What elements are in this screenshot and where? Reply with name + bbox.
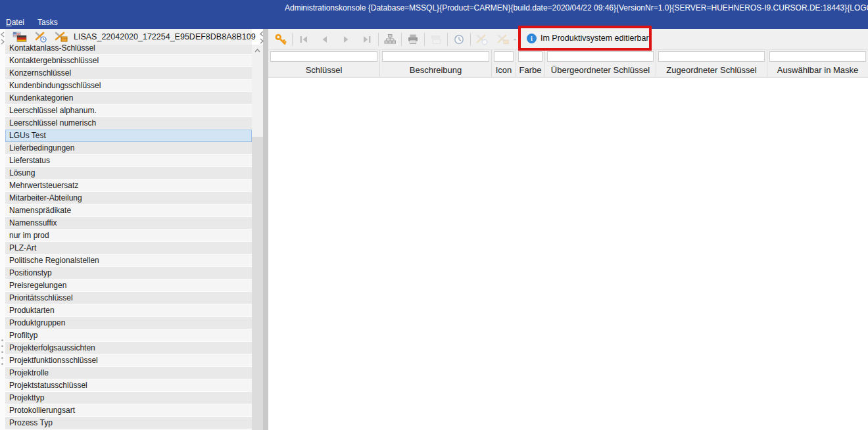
list-item[interactable]: Namensprädikate	[5, 204, 252, 217]
tools-icon[interactable]	[495, 32, 511, 47]
column-filter-input[interactable]	[547, 51, 654, 62]
list-item[interactable]: Produktarten	[5, 304, 252, 317]
info-icon: i	[527, 34, 537, 43]
grid-column: Icon	[492, 50, 516, 78]
list-item[interactable]: Kundenkategorien	[5, 92, 252, 105]
scroll-right-icon[interactable]	[0, 38, 5, 45]
window-title: Administrationskonsole {Database=MSSQL}{…	[285, 3, 868, 12]
list-item[interactable]: LGUs Test	[5, 130, 252, 142]
list-item[interactable]: Projekterfolgsaussichten	[5, 342, 252, 354]
tools-clock-icon[interactable]	[474, 32, 490, 47]
title-bar: Administrationskonsole {Database=MSSQL}{…	[0, 0, 868, 16]
list-item[interactable]: Namenssuffix	[5, 217, 252, 229]
list-item[interactable]: Lösung	[5, 167, 252, 179]
column-header-label[interactable]: Zugeordneter Schlüssel	[656, 62, 767, 78]
list-item[interactable]: Projektrolle	[5, 367, 252, 379]
scroll-right-icon[interactable]	[258, 37, 264, 45]
column-filter-input[interactable]	[769, 51, 866, 62]
column-filter-input[interactable]	[518, 51, 542, 62]
column-header-label[interactable]: Schlüssel	[268, 62, 379, 78]
column-filter-input[interactable]	[658, 51, 765, 62]
list-item[interactable]: Positionstyp	[5, 267, 252, 279]
tools-box-icon	[54, 31, 68, 43]
history-icon[interactable]	[451, 32, 467, 47]
list-item[interactable]: Projekttyp	[5, 392, 252, 404]
column-header-label[interactable]: Auswählbar in Maske	[767, 62, 868, 78]
flags-language-icon	[12, 32, 28, 43]
next-record-icon[interactable]	[338, 32, 354, 47]
list-item[interactable]: Mehrwertsteuersatz	[5, 179, 252, 192]
grid-column: Beschreibung	[380, 50, 492, 78]
panel-splitter[interactable]	[263, 29, 268, 430]
list-item[interactable]: Kontaktergebnisschlüssel	[5, 55, 252, 67]
left-gutter	[0, 29, 5, 430]
list-item[interactable]: Leerschlüssel numerisch	[5, 117, 252, 130]
splitter-grip[interactable]	[1, 339, 3, 369]
list-item[interactable]: Preisregelungen	[5, 279, 252, 292]
tools-clock-icon	[34, 31, 47, 43]
scroll-left-icon[interactable]	[258, 30, 264, 37]
list-item[interactable]: Konzernschlüssel	[5, 67, 252, 80]
list-item[interactable]: Produktgruppen	[5, 317, 252, 329]
list-item[interactable]: Kontaktanlass-Schlüssel	[5, 45, 252, 55]
last-record-icon[interactable]	[359, 32, 375, 47]
list-item[interactable]: Lieferbedingungen	[5, 142, 252, 155]
column-header-label[interactable]: Übergeordneter Schlüssel	[545, 62, 656, 78]
list-item[interactable]: Prozess Typ	[5, 417, 252, 429]
scrollbar-thumb[interactable]	[252, 137, 263, 430]
list-item[interactable]: Profiltyp	[5, 329, 252, 342]
grid-column: Auswählbar in Maske	[767, 50, 868, 78]
scroll-left-icon[interactable]	[0, 31, 5, 38]
key-icon[interactable]	[273, 32, 289, 47]
grid-column: Schlüssel	[268, 50, 380, 78]
list-item[interactable]: Kundenbindungsschlüssel	[5, 80, 252, 92]
previous-record-icon[interactable]	[317, 32, 333, 47]
list-item[interactable]: Protokollierungsart	[5, 404, 252, 417]
column-filter-input[interactable]	[382, 51, 489, 62]
list-item[interactable]: Projektfunktionsschlüssel	[5, 354, 252, 367]
column-filter-input[interactable]	[270, 51, 377, 62]
menu-bar: Datei Tasks	[0, 16, 868, 29]
grid-body[interactable]	[268, 78, 868, 430]
column-filter-input[interactable]	[494, 51, 514, 62]
menu-item-datei[interactable]: Datei	[0, 16, 31, 28]
report-icon[interactable]	[428, 32, 444, 47]
menu-item-tasks[interactable]: Tasks	[31, 16, 64, 28]
list-item[interactable]: Politische Regionalstellen	[5, 254, 252, 267]
scroll-up-icon[interactable]	[252, 45, 263, 56]
column-header-label[interactable]: Farbe	[516, 62, 544, 78]
column-header-label[interactable]: Icon	[492, 62, 516, 78]
main-area: - SchlüsselBeschreibungIconFarbeÜbergeor…	[268, 29, 868, 430]
tab-title: LISAS_22042020_172254_E95DEF8DB8A8B109	[74, 32, 256, 41]
hierarchy-icon[interactable]	[382, 32, 398, 47]
list-scrollbar[interactable]	[252, 45, 263, 430]
annotation-label[interactable]: Im Produktivsystem editierbar	[541, 34, 649, 43]
list-item[interactable]: Projektstatusschlüssel	[5, 379, 252, 392]
key-list: Kontaktanlass-SchlüsselKontaktergebnissc…	[5, 45, 252, 429]
grid-column: Zugeordneter Schlüssel	[656, 50, 767, 78]
list-item[interactable]: Mitarbeiter-Abteilung	[5, 192, 252, 204]
list-item[interactable]: Prioritätsschlüssel	[5, 292, 252, 304]
list-item[interactable]: nur im prod	[5, 229, 252, 242]
list-item[interactable]: PLZ-Art	[5, 242, 252, 254]
annotation-highlight-box: i Im Produktivsystem editierbar	[518, 26, 652, 51]
left-panel-tab[interactable]: LISAS_22042020_172254_E95DEF8DB8A8B109	[5, 29, 252, 45]
list-item[interactable]: Leerschlüssel alphanum.	[5, 105, 252, 117]
print-icon[interactable]	[405, 32, 421, 47]
column-header-label[interactable]: Beschreibung	[380, 62, 491, 78]
grid-header: SchlüsselBeschreibungIconFarbeÜbergeordn…	[268, 50, 868, 78]
grid-column: Farbe	[516, 50, 545, 78]
key-list-panel: Kontaktanlass-SchlüsselKontaktergebnissc…	[5, 45, 252, 430]
first-record-icon[interactable]	[296, 32, 312, 47]
grid-column: Übergeordneter Schlüssel	[545, 50, 656, 78]
list-item[interactable]: Lieferstatus	[5, 155, 252, 167]
tab-scroll-chevrons[interactable]	[258, 30, 264, 45]
